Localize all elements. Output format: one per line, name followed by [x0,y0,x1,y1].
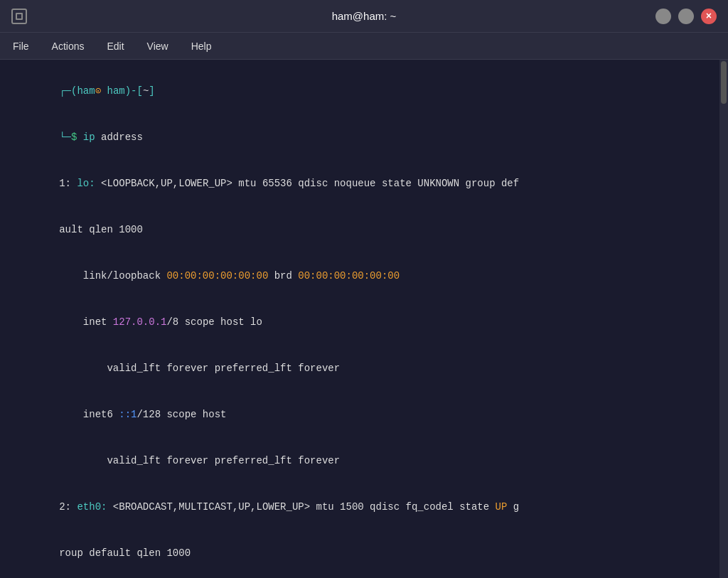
menu-view[interactable]: View [143,39,173,53]
prompt-dollar-prefix: └─ [59,132,71,143]
lo-valid: valid_lft forever preferred_lft forever [59,363,340,374]
output-lo-inet6: inet6 ::1/128 scope host [11,392,708,438]
lo-inet-ip: 127.0.0.1 [113,316,167,328]
cmd-ip: ip [83,132,95,143]
close-button[interactable]: × [701,9,717,24]
eth0-flags2: g [507,501,519,513]
terminal-wrapper[interactable]: ┌─(ham⊙ ham)-[~] └─$ ip address 1: lo: <… [0,60,719,578]
output-lo-valid: valid_lft forever preferred_lft forever [11,346,708,392]
prompt-host: ham [101,85,125,97]
output-lo-header2: ault qlen 1000 [11,207,708,253]
eth0-group: roup default qlen 1000 [59,547,191,559]
menubar: File Actions Edit View Help [0,33,728,60]
scrollbar-thumb[interactable] [721,61,727,104]
output-lo-header: 1: lo: <LOOPBACK,UP,LOWER_UP> mtu 65536 … [11,161,708,207]
lo-brd-label: brd [268,270,298,282]
output-eth0-header2: roup default qlen 1000 [11,531,708,577]
titlebar: ham@ham: ~ × [0,0,728,33]
window-controls: × [655,9,717,24]
lo-inet-label: inet [59,316,113,328]
eth0-name: eth0: [77,501,107,513]
window-title: ham@ham: ~ [332,10,397,22]
output-lo-inet: inet 127.0.0.1/8 scope host lo [11,299,708,346]
lo-inet-rest: /8 scope host lo [166,316,262,328]
scrollbar-track[interactable] [719,60,728,578]
eth0-flags: <BROADCAST,MULTICAST,UP,LOWER_UP> mtu 15… [107,501,495,513]
menu-file[interactable]: File [9,39,33,53]
lo-inet6-rest: /128 scope host [136,409,226,420]
lo-name: lo: [77,178,95,189]
maximize-button[interactable] [678,9,694,24]
lo-valid6: valid_lft forever preferred_lft forever [59,455,340,466]
window-icon [11,9,27,24]
prompt-bracket-mid: )-[ [125,85,143,97]
terminal[interactable]: ┌─(ham⊙ ham)-[~] └─$ ip address 1: lo: <… [0,60,719,578]
eth0-state: UP [496,501,508,513]
terminal-area: ┌─(ham⊙ ham)-[~] └─$ ip address 1: lo: <… [0,60,728,578]
minimize-button[interactable] [655,9,671,24]
output-eth0-header: 2: eth0: <BROADCAST,MULTICAST,UP,LOWER_U… [11,485,708,531]
lo-num: 1: [59,178,77,189]
prompt-bracket-open: ┌─( [59,85,77,97]
menu-actions[interactable]: Actions [48,39,89,53]
output-lo-valid6: valid_lft forever preferred_lft forever [11,439,708,485]
lo-mac: 00:00:00:00:00:00 [166,270,268,282]
prompt-bracket-close: ] [149,85,154,97]
menu-help[interactable]: Help [187,39,216,53]
window-icon-inner [16,13,23,20]
close-icon: × [706,11,712,21]
lo-flags: <LOOPBACK,UP,LOWER_UP> mtu 65536 qdisc n… [95,178,520,189]
prompt-dollar: $ [71,132,83,143]
prompt-symbol: ⊙ [95,85,101,97]
lo-brd-mac: 00:00:00:00:00:00 [298,270,400,282]
cmd-address: address [95,132,143,143]
eth0-num: 2: [59,501,77,513]
lo-inet6-label: inet6 [59,409,119,420]
command-line-1: └─$ ip address [11,114,708,161]
lo-flags2: ault qlen 1000 [59,224,143,235]
menu-edit[interactable]: Edit [102,39,128,53]
titlebar-left [11,9,27,24]
output-lo-link: link/loopback 00:00:00:00:00:00 brd 00:0… [11,253,708,299]
prompt-user: ham [77,85,95,97]
prompt-line-1: ┌─(ham⊙ ham)-[~] [11,68,708,114]
lo-inet6-ip: ::1 [119,409,136,420]
lo-link-label: link/loopback [59,270,166,282]
